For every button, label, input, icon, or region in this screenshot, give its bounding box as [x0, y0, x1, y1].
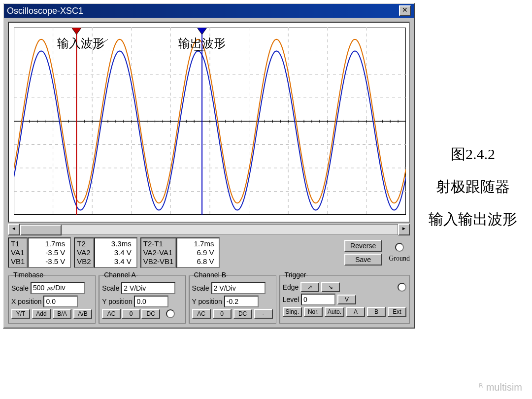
cha-ypos-label: Y position [102, 298, 132, 305]
horizontal-scrollbar[interactable]: ◄ ► [8, 225, 410, 234]
svg-text:输出波形: 输出波形 [178, 37, 226, 50]
waveform-canvas: 输入波形输出波形 [14, 28, 406, 215]
scroll-track[interactable] [20, 224, 398, 235]
dvb-value: 6.8 V [179, 257, 214, 266]
trigger-nor-button[interactable]: Nor. [304, 307, 323, 317]
cha-ypos-input[interactable] [134, 296, 168, 307]
va1-value: -3.5 V [31, 248, 65, 257]
edge-rising-button[interactable]: ↗ [300, 282, 319, 292]
chb-ypos-label: Y position [192, 298, 222, 305]
dt-label: T2-T1 [143, 239, 174, 248]
t1-label: T1 [11, 239, 25, 248]
vb1-label: VB1 [11, 257, 25, 266]
cha-indicator [166, 309, 175, 318]
channel-b-panel: Channel B Scale Y position AC0DC- [189, 271, 276, 324]
oscilloscope-window: Oscilloscope-XSC1 ✕ 输入波形输出波形 ◄ ► T1 VA1 … [3, 3, 415, 329]
va1-label: VA1 [11, 248, 25, 257]
t2-value: 3.3ms [97, 239, 132, 248]
t2-label: T2 [77, 239, 91, 248]
reverse-button[interactable]: Reverse [344, 240, 382, 252]
dva-value: 6.9 V [179, 248, 214, 257]
va2-value: 3.4 V [97, 248, 132, 257]
cursor1-block: T1 VA1 VB1 1.7ms -3.5 V -3.5 V [8, 237, 71, 268]
chb-0-button[interactable]: 0 [213, 309, 232, 319]
trigger-sing-button[interactable]: Sing. [283, 307, 302, 317]
level-label: Level [283, 296, 299, 303]
cursor2-block: T2 VA2 VB2 3.3ms 3.4 V 3.4 V [74, 237, 137, 268]
trigger-panel: Trigger Edge ↗ ↘ Level V Sing.Nor.Auto.A… [279, 271, 410, 324]
chb-scale-label: Scale [192, 284, 209, 292]
cha-dc-button[interactable]: DC [141, 309, 160, 319]
trigger-indicator [398, 283, 406, 292]
timebase-legend: Timebase [11, 271, 45, 279]
dt-value: 1.7ms [179, 239, 214, 248]
trigger-level-input[interactable] [301, 294, 335, 305]
cha-0-button[interactable]: 0 [122, 309, 140, 319]
save-button[interactable]: Save [344, 254, 382, 266]
delta-block: T2-T1 VA2-VA1 VB2-VB1 1.7ms 6.9 V 6.8 V [140, 237, 220, 268]
chb-legend: Channel B [192, 271, 228, 279]
close-icon[interactable]: ✕ [399, 5, 411, 16]
chb-ypos-input[interactable] [224, 296, 259, 307]
scroll-right-icon[interactable]: ► [398, 224, 410, 235]
scroll-thumb[interactable] [20, 225, 62, 235]
control-panels: Timebase Scale X position Y/TAddB/AA/B C… [8, 271, 410, 324]
edge-falling-button[interactable]: ↘ [321, 282, 340, 292]
ground-label: Ground [389, 255, 410, 263]
chb-dc-button[interactable]: DC [233, 309, 252, 319]
timebase-ab-button[interactable]: A/B [73, 309, 92, 319]
dva-label: VA2-VA1 [143, 248, 174, 257]
chb-ac-button[interactable]: AC [192, 309, 211, 319]
va2-label: VA2 [77, 248, 91, 257]
titlebar[interactable]: Oscilloscope-XSC1 ✕ [4, 4, 414, 18]
t1-value: 1.7ms [31, 239, 65, 248]
tb-scale-label: Scale [11, 284, 29, 292]
dvb-label: VB2-VB1 [143, 257, 174, 266]
timebase-add-button[interactable]: Add [32, 309, 51, 319]
channel-a-panel: Channel A Scale Y position AC0DC [99, 271, 185, 324]
trigger-ext-button[interactable]: Ext [388, 307, 406, 317]
figure-caption: 图2.4.2 射极跟随器 输入输出波形 [419, 138, 527, 235]
cursor-readouts: T1 VA1 VB1 1.7ms -3.5 V -3.5 V T2 VA2 VB… [8, 237, 410, 268]
caption-line2: 射极跟随器 [419, 170, 527, 203]
timebase-panel: Timebase Scale X position Y/TAddB/AA/B [8, 271, 96, 324]
caption-line3: 输入输出波形 [419, 203, 527, 235]
vb2-value: 3.4 V [97, 257, 132, 266]
trigger-legend: Trigger [283, 271, 308, 279]
ground-radio[interactable] [395, 243, 404, 252]
trigger-auto-button[interactable]: Auto. [325, 307, 344, 317]
scope-display: 输入波形输出波形 [8, 22, 410, 223]
chb-scale-input[interactable] [211, 282, 266, 294]
tb-xpos-label: X position [11, 298, 41, 305]
window-title: Oscilloscope-XSC1 [7, 6, 83, 16]
cha-scale-label: Scale [102, 284, 119, 292]
watermark: ᴿ multisim [479, 381, 522, 393]
level-unit[interactable]: V [337, 295, 356, 304]
vb1-value: -3.5 V [31, 257, 65, 266]
edge-label: Edge [283, 283, 299, 291]
timebase-yt-button[interactable]: Y/T [11, 309, 30, 319]
caption-line1: 图2.4.2 [419, 138, 527, 170]
timebase-scale-input[interactable] [31, 282, 85, 294]
cha-ac-button[interactable]: AC [102, 309, 121, 319]
timebase-xpos-input[interactable] [43, 296, 78, 307]
timebase-ba-button[interactable]: B/A [53, 309, 71, 319]
vb2-label: VB2 [77, 257, 91, 266]
scroll-left-icon[interactable]: ◄ [8, 224, 20, 235]
svg-text:输入波形: 输入波形 [57, 37, 104, 50]
trigger-b-button[interactable]: B [367, 307, 386, 317]
cha-scale-input[interactable] [121, 282, 175, 294]
chb--button[interactable]: - [254, 309, 273, 319]
cha-legend: Channel A [102, 271, 138, 279]
trigger-a-button[interactable]: A [346, 307, 365, 317]
